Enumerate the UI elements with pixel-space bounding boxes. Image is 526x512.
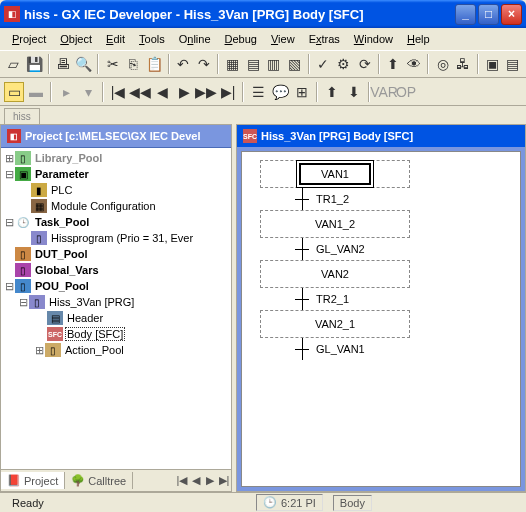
rebuild-button[interactable]: ⟳ bbox=[355, 54, 374, 74]
folder-icon: ▯ bbox=[15, 151, 31, 165]
tab-calltree[interactable]: 🌳Calltree bbox=[65, 472, 133, 489]
branch-tool[interactable]: ▸ bbox=[56, 82, 76, 102]
fwd-button[interactable]: ▶ bbox=[174, 82, 194, 102]
tree-task-pool[interactable]: ⊟🕒Task_Pool bbox=[3, 214, 229, 230]
sfc-step-van2[interactable]: VAN2 bbox=[260, 260, 410, 288]
menu-object[interactable]: Object bbox=[54, 31, 98, 47]
grid-button[interactable]: ⊞ bbox=[292, 82, 312, 102]
clock-icon: 🕒 bbox=[15, 215, 31, 229]
menu-project[interactable]: Project bbox=[6, 31, 52, 47]
gvl-button[interactable]: ▧ bbox=[285, 54, 304, 74]
tree-hissprogram[interactable]: ▯Hissprogram (Prio = 31, Ever bbox=[3, 230, 229, 246]
preview-button[interactable]: 🔍 bbox=[74, 54, 93, 74]
tree-action-pool[interactable]: ⊞▯Action_Pool bbox=[3, 342, 229, 358]
new-button[interactable]: ▱ bbox=[4, 54, 23, 74]
tree-body-sfc[interactable]: SFCBody [SFC] bbox=[3, 326, 229, 342]
trans-tool[interactable]: ▬ bbox=[26, 82, 46, 102]
tree-header[interactable]: ▤Header bbox=[3, 310, 229, 326]
tree-header: ◧ Project [c:\MELSEC\GX IEC Devel bbox=[1, 125, 231, 148]
sfc-trans-tr2-1[interactable]: TR2_1 bbox=[260, 288, 410, 310]
jump-tool[interactable]: ▾ bbox=[78, 82, 98, 102]
list-button[interactable]: ☰ bbox=[248, 82, 268, 102]
project-tree[interactable]: ⊞▯Library_Pool ⊟▣Parameter ▮PLC ▦Module … bbox=[1, 148, 231, 469]
tab-nav-first[interactable]: |◀ bbox=[175, 474, 189, 488]
target-button[interactable]: ◎ bbox=[433, 54, 452, 74]
status-time: 🕒6:21 PI bbox=[256, 494, 323, 511]
sfc-trans-gl-van2[interactable]: GL_VAN2 bbox=[260, 238, 410, 260]
tab-nav-last[interactable]: ▶| bbox=[217, 474, 231, 488]
undo-button[interactable]: ↶ bbox=[174, 54, 193, 74]
minimize-button[interactable]: _ bbox=[455, 4, 476, 25]
window-buttons: _ □ × bbox=[455, 4, 522, 25]
maximize-button[interactable]: □ bbox=[478, 4, 499, 25]
separator bbox=[102, 82, 104, 102]
var-button[interactable]: VAR bbox=[374, 82, 394, 102]
comment-button[interactable]: 💬 bbox=[270, 82, 290, 102]
step-tool[interactable]: ▭ bbox=[4, 82, 24, 102]
save-button[interactable]: 💾 bbox=[25, 54, 44, 74]
config-button[interactable]: 🖧 bbox=[454, 54, 473, 74]
print-button[interactable]: 🖶 bbox=[54, 54, 73, 74]
tree-library-pool[interactable]: ⊞▯Library_Pool bbox=[3, 150, 229, 166]
tab-hiss[interactable]: hiss bbox=[4, 108, 40, 124]
separator bbox=[97, 54, 99, 74]
menu-edit[interactable]: Edit bbox=[100, 31, 131, 47]
last-button[interactable]: ▶| bbox=[218, 82, 238, 102]
separator bbox=[477, 54, 479, 74]
menu-window[interactable]: Window bbox=[348, 31, 399, 47]
tab-nav-next[interactable]: ▶ bbox=[203, 474, 217, 488]
misc1-button[interactable]: ▣ bbox=[483, 54, 502, 74]
menu-online[interactable]: Online bbox=[173, 31, 217, 47]
op-button[interactable]: OP bbox=[396, 82, 416, 102]
monitor-button[interactable]: 👁 bbox=[405, 54, 424, 74]
next-button[interactable]: ▶▶ bbox=[196, 82, 216, 102]
sfc-canvas[interactable]: VAN1 TR1_2 VAN1_2 GL_VAN2 VAN2 TR2_1 VAN… bbox=[241, 151, 521, 487]
tree-global-vars[interactable]: ▯Global_Vars bbox=[3, 262, 229, 278]
tree-pou-pool[interactable]: ⊟▯POU_Pool bbox=[3, 278, 229, 294]
editor-panel: SFC Hiss_3Van [PRG] Body [SFC] VAN1 TR1_… bbox=[236, 124, 526, 492]
tab-nav-prev[interactable]: ◀ bbox=[189, 474, 203, 488]
tree-plc[interactable]: ▮PLC bbox=[3, 182, 229, 198]
tree-parameter[interactable]: ⊟▣Parameter bbox=[3, 166, 229, 182]
copy-button[interactable]: ⎘ bbox=[124, 54, 143, 74]
param-icon: ▣ bbox=[15, 167, 31, 181]
sfc-trans-gl-van1[interactable]: GL_VAN1 bbox=[260, 338, 410, 360]
task-icon: ▯ bbox=[31, 231, 47, 245]
tree-dut-pool[interactable]: ▯DUT_Pool bbox=[3, 246, 229, 262]
menu-debug[interactable]: Debug bbox=[219, 31, 263, 47]
redo-button[interactable]: ↷ bbox=[194, 54, 213, 74]
statusbar: Ready 🕒6:21 PI Body bbox=[0, 492, 526, 512]
menu-view[interactable]: View bbox=[265, 31, 301, 47]
prg-icon: ▯ bbox=[29, 295, 45, 309]
sfc-step-van1[interactable]: VAN1 bbox=[260, 160, 410, 188]
tree-module-config[interactable]: ▦Module Configuration bbox=[3, 198, 229, 214]
task-button[interactable]: ▤ bbox=[244, 54, 263, 74]
status-mode: Body bbox=[333, 495, 372, 511]
pou-icon: ▯ bbox=[15, 279, 31, 293]
transfer-button[interactable]: ⬆ bbox=[384, 54, 403, 74]
check-button[interactable]: ✓ bbox=[314, 54, 333, 74]
menu-extras[interactable]: Extras bbox=[303, 31, 346, 47]
back-button[interactable]: ◀ bbox=[152, 82, 172, 102]
close-button[interactable]: × bbox=[501, 4, 522, 25]
doc-title: Hiss_3Van [PRG] Body [SFC] bbox=[261, 130, 413, 142]
sfc-icon: SFC bbox=[47, 327, 63, 341]
prev-button[interactable]: ◀◀ bbox=[130, 82, 150, 102]
pou-button[interactable]: ▦ bbox=[223, 54, 242, 74]
upload-button[interactable]: ⬆ bbox=[322, 82, 342, 102]
first-button[interactable]: |◀ bbox=[108, 82, 128, 102]
cut-button[interactable]: ✂ bbox=[103, 54, 122, 74]
sfc-step-van2-1[interactable]: VAN2_1 bbox=[260, 310, 410, 338]
separator bbox=[48, 54, 50, 74]
download-button[interactable]: ⬇ bbox=[344, 82, 364, 102]
tab-project[interactable]: 📕Project bbox=[1, 472, 65, 489]
sfc-step-van1-2[interactable]: VAN1_2 bbox=[260, 210, 410, 238]
tree-hiss-3van[interactable]: ⊟▯Hiss_3Van [PRG] bbox=[3, 294, 229, 310]
sfc-trans-tr1-2[interactable]: TR1_2 bbox=[260, 188, 410, 210]
paste-button[interactable]: 📋 bbox=[145, 54, 164, 74]
menu-tools[interactable]: Tools bbox=[133, 31, 171, 47]
dut-button[interactable]: ▥ bbox=[265, 54, 284, 74]
build-button[interactable]: ⚙ bbox=[335, 54, 354, 74]
misc2-button[interactable]: ▤ bbox=[503, 54, 522, 74]
menu-help[interactable]: Help bbox=[401, 31, 436, 47]
